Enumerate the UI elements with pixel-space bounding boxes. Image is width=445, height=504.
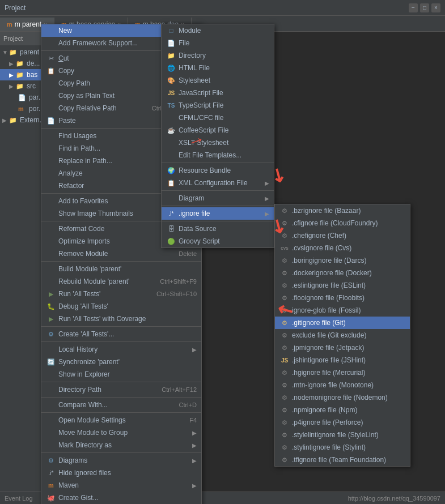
new-coffee-item[interactable]: ☕ CoffeeScript File [162, 124, 274, 136]
ignore-hg[interactable]: ⚙ .hgignore file (Mercurial) [275, 366, 410, 379]
ignore-floo[interactable]: ⚙ .flooignore file (Floobits) [275, 292, 410, 304]
ignore-fossil[interactable]: ⚙ ignore-glob file (Fossil) [275, 304, 410, 317]
ignore-jshint[interactable]: JS .jshintignore file (JSHint) [275, 354, 410, 366]
submenu-arrow: ▶ [192, 347, 197, 353]
ignore-cf[interactable]: ⚙ .cfignore file (CloudFoundry) [275, 217, 410, 229]
minimize-button[interactable]: − [409, 3, 418, 12]
ignore-cvs[interactable]: cvs .cvsignore file (Cvs) [275, 242, 410, 254]
menu-item-synchronize[interactable]: 🔄 Synchronize 'parent' [41, 356, 201, 368]
new-ts-item[interactable]: TS TypeScript File [162, 99, 274, 112]
menu-item-diagrams[interactable]: ⚙ Diagrams ▶ [41, 454, 201, 467]
debug-icon: 🐛 [46, 303, 56, 310]
ignore-tf[interactable]: ⚙ .tfignore file (Team Foundation) [275, 454, 410, 466]
new-file-item[interactable]: 📄 File [162, 37, 274, 49]
new-js-item[interactable]: JS JavaScript File [162, 87, 274, 99]
ignore-p4-label: .p4ignore file (Perforce) [292, 418, 405, 426]
darcs-icon: ⚙ [279, 257, 290, 264]
ignore-git-exclude[interactable]: ⚙ exclude file (Git exclude) [275, 329, 410, 341]
ignore-p4[interactable]: ⚙ .p4ignore file (Perforce) [275, 416, 410, 429]
menu-item-mark-directory[interactable]: Mark Directory as ▶ [41, 439, 201, 451]
menu-item-run-coverage[interactable]: ▶ Run 'All Tests' with Coverage [41, 313, 201, 325]
git-icon: ⚙ [279, 319, 290, 327]
menu-item-create-all-tests[interactable]: ⚙ Create 'All Tests'... [41, 328, 201, 340]
ignore-npm[interactable]: ⚙ .npmignore file (Npm) [275, 404, 410, 416]
ignore-eslint[interactable]: ⚙ .eslintignore file (ESLint) [275, 279, 410, 292]
menu-item-dir-path[interactable]: Directory Path Ctrl+Alt+F12 [41, 383, 201, 396]
ignore-stylelint-label: .stylelintignore file (StyleLint) [292, 431, 405, 439]
menu-item-show-explorer[interactable]: Show in Explorer [41, 368, 201, 381]
dir-path-shortcut: Ctrl+Alt+F12 [162, 386, 197, 393]
tree-arrow: ▶ [9, 61, 16, 67]
menu-item-build-module[interactable]: Build Module 'parent' [41, 263, 201, 275]
ignore-nodemon[interactable]: ⚙ .nodemonignore file (Nodemon) [275, 391, 410, 404]
ignore-stylelint[interactable]: ⚙ .stylelintignore file (StyleLint) [275, 429, 410, 441]
menu-item-build-label: Build Module 'parent' [58, 265, 197, 273]
new-stylesheet-item[interactable]: 🎨 Stylesheet [162, 74, 274, 87]
maven-icon: m [46, 482, 56, 489]
eslint-icon: ⚙ [279, 282, 290, 289]
menu-item-module-settings[interactable]: Open Module Settings F4 [41, 414, 201, 426]
menu-item-debug-label: Debug 'All Tests' [58, 302, 197, 310]
menu-item-rebuild-module[interactable]: Rebuild Module 'parent' Ctrl+Shift+F9 [41, 275, 201, 288]
maximize-button[interactable]: □ [420, 3, 429, 12]
menu-item-mark-dir-label: Mark Directory as [58, 441, 190, 449]
new-module-label: Module [179, 27, 269, 35]
ignore-tf-label: .tfignore file (Team Foundation) [292, 456, 405, 464]
nodemon-icon: ⚙ [279, 394, 290, 402]
new-submenu[interactable]: □ Module 📄 File 📁 Directory 🌐 HTML File … [161, 24, 274, 248]
separator [41, 341, 201, 342]
ignore-submenu[interactable]: ⚙ .bzrignore file (Bazaar) ⚙ .cfignore f… [274, 204, 410, 467]
create-tests-icon: ⚙ [46, 331, 56, 338]
menu-item-remove-module[interactable]: Remove Module Delete [41, 247, 201, 260]
ignore-docker[interactable]: ⚙ .dockerignore file (Docker) [275, 267, 410, 279]
coverage-icon: ▶ [46, 315, 56, 323]
menu-item-debug-tests[interactable]: 🐛 Debug 'All Tests' [41, 300, 201, 313]
new-data-source-label: Data Source [179, 225, 269, 233]
menu-item-create-gist[interactable]: 🐙 Create Gist... [41, 492, 201, 504]
new-data-source-item[interactable]: 🗄 Data Source [162, 223, 274, 235]
run-icon: ▶ [46, 291, 56, 298]
new-groovy-item[interactable]: 🟢 Groovy Script [162, 235, 274, 247]
run-tests-shortcut: Ctrl+Shift+F10 [156, 291, 197, 297]
new-directory-item[interactable]: 📁 Directory [162, 49, 274, 62]
ignore-stylint[interactable]: ⚙ .stylintignore file (Stylint) [275, 441, 410, 454]
new-xml-config-item[interactable]: 📋 XML Configuration File ▶ [162, 177, 274, 189]
menu-item-local-history[interactable]: Local History ▶ [41, 343, 201, 356]
menu-item-show-thumbnails-label: Show Image Thumbnails [58, 210, 152, 217]
ignore-darcs-label: .boringignore file (Darcs) [292, 257, 405, 264]
menu-item-compare[interactable]: Compare With... Ctrl+D [41, 399, 201, 411]
new-diagram-label: Diagram [179, 194, 262, 202]
tab-parent-icon: m [7, 21, 12, 28]
ignore-git[interactable]: ⚙ .gitignore file (Git) [275, 317, 410, 329]
new-ignore-file-item[interactable]: .i* .ignore file ▶ [162, 207, 274, 220]
menu-item-maven-label: Maven [58, 481, 190, 489]
menu-item-module-settings-label: Open Module Settings [58, 416, 178, 424]
tree-label: bas [27, 71, 37, 79]
menu-item-move-group[interactable]: Move Module to Group ▶ [41, 426, 201, 439]
close-button[interactable]: × [431, 3, 440, 12]
menu-item-run-tests[interactable]: ▶ Run 'All Tests' Ctrl+Shift+F10 [41, 288, 201, 300]
new-cfml-item[interactable]: CFML/CFC file [162, 112, 274, 124]
menu-item-sync-label: Synchronize 'parent' [58, 358, 197, 366]
title-bar-controls: − □ × [409, 3, 440, 12]
ignore-bzr[interactable]: ⚙ .bzrignore file (Bazaar) [275, 204, 410, 217]
menu-item-hide-ignored[interactable]: .i* Hide ignored files [41, 467, 201, 479]
menu-item-optimize-label: Optimize Imports [58, 237, 156, 245]
ignore-mtn[interactable]: ⚙ .mtn-ignore file (Monotone) [275, 379, 410, 391]
coffee-icon: ☕ [166, 127, 176, 134]
new-xml-config-label: XML Configuration File [179, 179, 262, 187]
tree-arrow: ▶ [2, 117, 9, 123]
new-xslt-item[interactable]: XSLT Stylesheet [162, 136, 274, 149]
new-edit-templates-item[interactable]: Edit File Templates... [162, 149, 274, 161]
ignore-chef[interactable]: ⚙ .chefignore (Chef) [275, 229, 410, 242]
ignore-jpm[interactable]: ⚙ .jpmignore file (Jetpack) [275, 341, 410, 354]
ignore-darcs[interactable]: ⚙ .boringignore file (Darcs) [275, 254, 410, 267]
module-settings-shortcut: F4 [189, 417, 197, 424]
ignore-fossil-label: ignore-glob file (Fossil) [292, 306, 405, 314]
menu-item-maven[interactable]: m Maven ▶ [41, 479, 201, 492]
submenu-arrow: ▶ [265, 180, 269, 186]
new-diagram-item[interactable]: Diagram ▶ [162, 192, 274, 204]
new-html-item[interactable]: 🌐 HTML File [162, 62, 274, 74]
new-module-item[interactable]: □ Module [162, 24, 274, 37]
new-resource-bundle-item[interactable]: 🌍 Resource Bundle [162, 164, 274, 177]
